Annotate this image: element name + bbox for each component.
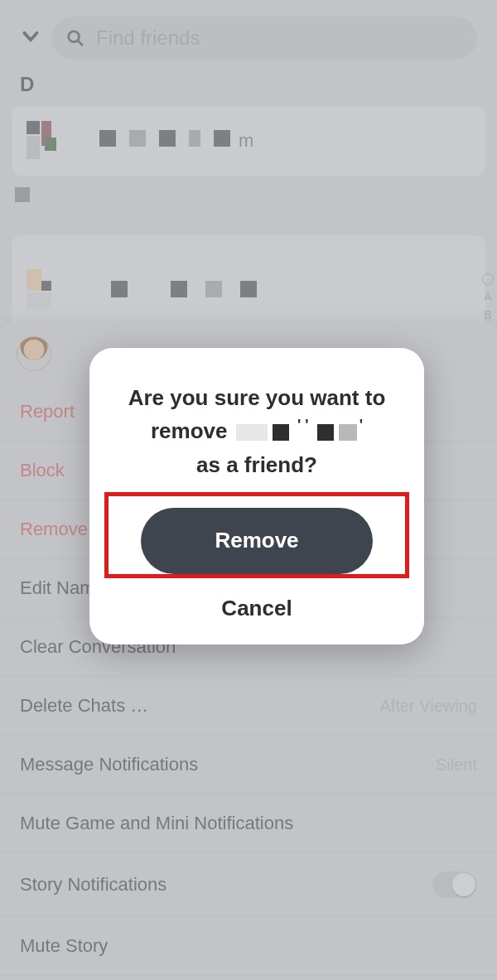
remove-button[interactable]: Remove (141, 508, 373, 574)
modal-title: Are you sure you want to remove ' ' ' as… (109, 381, 404, 481)
remove-friend-modal: Are you sure you want to remove ' ' ' as… (89, 348, 424, 644)
cancel-button[interactable]: Cancel (109, 596, 404, 621)
